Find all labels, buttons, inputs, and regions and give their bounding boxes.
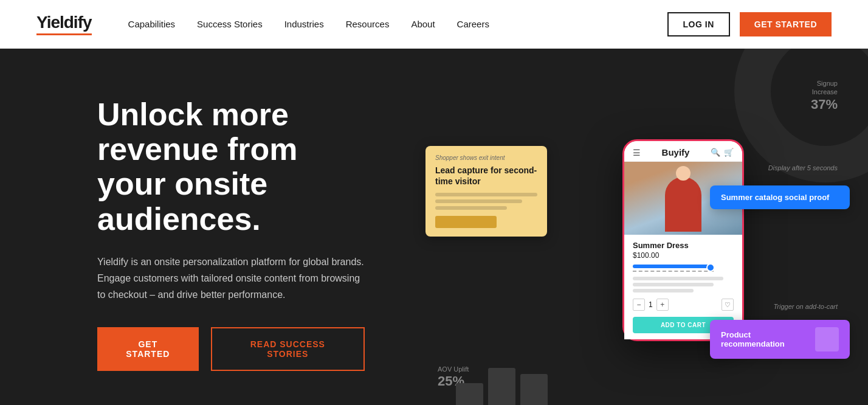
bar-1: [456, 383, 483, 405]
badge-signup-value: 37%: [811, 97, 838, 112]
badge-signup: SignupIncrease 37%: [811, 79, 838, 112]
logo-text: Yieldify: [36, 13, 92, 35]
card-product-recommendation: Product recommendation: [710, 320, 850, 359]
nav-link-about[interactable]: About: [411, 19, 435, 29]
bar-2: [488, 368, 515, 405]
dress-silhouette: [665, 177, 701, 232]
display-after-label: Display after 5 seconds: [768, 164, 838, 171]
exit-intent-trigger-label: Shopper shows exit intent: [435, 154, 537, 161]
hero-buttons: GET STARTED READ SUCCESS STORIES: [97, 327, 365, 371]
product-dotted-line: [633, 271, 714, 272]
product-rec-text: Product recommendation: [721, 330, 815, 348]
product-line-2: [633, 283, 714, 286]
bar-3: [520, 374, 548, 405]
phone-mockup: ☰ Buyify 🔍 🛒 Summer Dress $100.00: [622, 139, 744, 341]
logo[interactable]: Yieldify: [36, 13, 92, 35]
product-line-1: [633, 277, 723, 280]
bar-chart: [456, 347, 548, 405]
social-proof-text: Summer catalog social proof: [721, 193, 839, 202]
card-line-1: [435, 193, 537, 196]
nav-actions: LOG IN GET STARTED: [667, 12, 832, 36]
product-controls: − 1 + ♡: [633, 299, 734, 311]
exit-intent-lines: [435, 193, 537, 210]
cart-icon: 🛒: [724, 148, 734, 157]
trigger-add-to-cart-label: Trigger on add-to-cart: [773, 303, 838, 310]
deco-circle: [734, 49, 868, 182]
qty-minus[interactable]: −: [633, 299, 645, 311]
hero-left: Unlock more revenue from your onsite aud…: [0, 49, 401, 405]
nav-link-industries[interactable]: Industries: [284, 19, 324, 29]
product-line-3: [633, 289, 694, 292]
product-description-lines: [633, 277, 734, 292]
get-started-nav-button[interactable]: GET STARTED: [740, 12, 832, 36]
card-line-3: [435, 206, 507, 210]
hero-get-started-button[interactable]: GET STARTED: [97, 327, 199, 371]
wishlist-button[interactable]: ♡: [722, 299, 734, 311]
phone-header: ☰ Buyify 🔍 🛒: [624, 141, 742, 162]
nav-link-success-stories[interactable]: Success Stories: [197, 19, 263, 29]
card-line-2: [435, 199, 522, 203]
nav-link-careers[interactable]: Careers: [457, 19, 489, 29]
hero-read-success-button[interactable]: READ SUCCESS STORIES: [211, 327, 365, 371]
product-name: Summer Dress: [633, 241, 734, 250]
exit-intent-cta-line: [435, 216, 497, 228]
product-price: $100.00: [633, 251, 734, 260]
nav-links: Capabilities Success Stories Industries …: [128, 19, 667, 29]
card-social-proof: Summer catalog social proof: [710, 185, 850, 209]
hero-right: SignupIncrease 37% Shopper shows exit in…: [401, 49, 868, 405]
hero-section: Unlock more revenue from your onsite aud…: [0, 49, 868, 405]
phone-header-icons: 🔍 🛒: [711, 148, 734, 157]
nav-link-capabilities[interactable]: Capabilities: [128, 19, 176, 29]
nav-link-resources[interactable]: Resources: [346, 19, 390, 29]
qty-value: 1: [649, 300, 653, 309]
hero-title: Unlock more revenue from your onsite aud…: [97, 97, 365, 237]
badge-signup-label: SignupIncrease: [811, 79, 838, 97]
product-rec-icon: [815, 327, 839, 351]
navbar: Yieldify Capabilities Success Stories In…: [0, 0, 868, 49]
exit-intent-title: Lead capture for second-time visitor: [435, 165, 537, 187]
product-color-bar: [633, 265, 714, 268]
search-icon: 🔍: [711, 148, 720, 157]
hero-description: Yieldify is an onsite personalization pl…: [97, 254, 365, 303]
qty-plus[interactable]: +: [656, 299, 669, 311]
phone-menu-icon: ☰: [633, 148, 641, 158]
card-exit-intent: Shopper shows exit intent Lead capture f…: [425, 146, 547, 237]
login-button[interactable]: LOG IN: [667, 12, 730, 36]
phone-brand: Buyify: [662, 147, 690, 158]
